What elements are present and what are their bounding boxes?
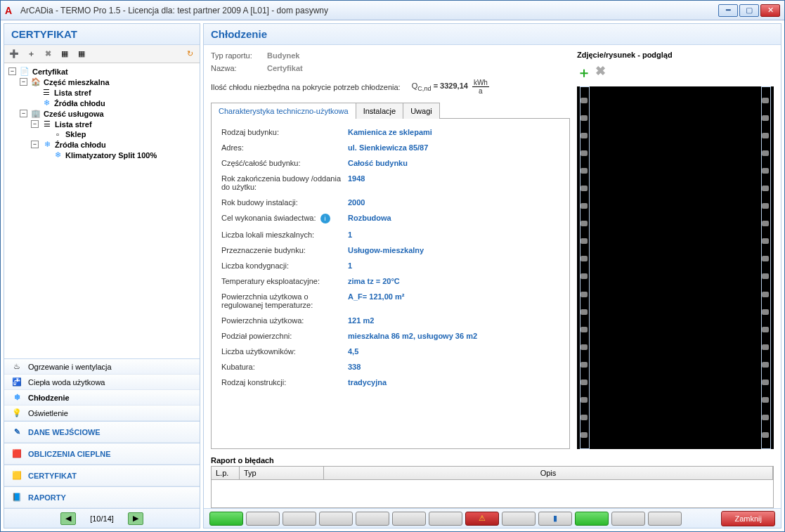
errors-section: Raport o błędach L.p. Typ Opis: [204, 452, 781, 508]
status-segment[interactable]: [429, 512, 462, 526]
main-title: Chłodzenie: [204, 24, 781, 45]
module-calc[interactable]: 🟥OBLICZENIA CIEPLNE: [4, 443, 200, 465]
tree-item[interactable]: Źródła chłodu: [55, 141, 106, 149]
close-button[interactable]: Zamknij: [721, 511, 775, 526]
tree-item[interactable]: Źródła chłodu: [54, 99, 105, 108]
film-hole: [580, 379, 588, 385]
property-row: Temperatury eksploatacyjne:zima tz = 20°…: [221, 273, 559, 289]
property-label: Rok budowy instalacji:: [221, 198, 348, 207]
tree-toggle[interactable]: −: [20, 110, 27, 117]
snow-icon: ❄: [52, 150, 63, 160]
module-label: DANE WEJŚCIOWE: [28, 428, 100, 436]
nav-list: ♨Ogrzewanie i wentylacja 🚰Ciepła woda uż…: [4, 358, 200, 421]
film-hole: [762, 327, 769, 332]
pager-next-button[interactable]: ▶: [128, 512, 143, 525]
nav-heating[interactable]: ♨Ogrzewanie i wentylacja: [4, 359, 200, 375]
minimize-button[interactable]: ━: [718, 4, 738, 17]
film-hole: [762, 379, 769, 385]
tree-root[interactable]: Certyfikat: [32, 67, 68, 76]
tree-item[interactable]: Sklep: [65, 130, 86, 138]
tree-toggle[interactable]: −: [31, 141, 39, 148]
tree-view[interactable]: −📄Certyfikat −🏠Część mieszkalna ☰Lista s…: [4, 63, 200, 358]
add-image-button[interactable]: ＋: [577, 63, 591, 82]
window-close-button[interactable]: ✕: [760, 4, 780, 17]
property-label: Część/całość budynku:: [221, 159, 348, 167]
film-hole: [580, 432, 588, 438]
nav-label: Ciepła woda użytkowa: [28, 378, 105, 387]
snow-icon: ❄: [41, 140, 53, 149]
cert-icon: 🟨: [11, 471, 22, 480]
module-list: ✎DANE WEJŚCIOWE 🟥OBLICZENIA CIEPLNE 🟨CER…: [4, 421, 200, 508]
tree-item[interactable]: Klimatyzatory Split 100%: [65, 151, 157, 160]
module-input-data[interactable]: ✎DANE WEJŚCIOWE: [4, 421, 200, 443]
film-hole: [762, 221, 769, 226]
film-hole: [580, 115, 588, 121]
property-row: Kubatura:338: [221, 359, 559, 375]
property-label: Kubatura:: [221, 363, 348, 371]
property-label: Liczba użytkowników:: [221, 347, 348, 356]
tab-notes[interactable]: Uwagi: [403, 103, 440, 119]
add-icon[interactable]: ➕: [7, 47, 21, 61]
grid2-icon[interactable]: ▦: [74, 47, 89, 61]
film-hole: [580, 415, 588, 420]
tree-item[interactable]: Lista stref: [55, 120, 92, 129]
nav-hotwater[interactable]: 🚰Ciepła woda użytkowa: [4, 375, 200, 390]
tree-toggle[interactable]: −: [31, 120, 39, 128]
film-hole: [580, 203, 588, 209]
maximize-button[interactable]: ▢: [739, 4, 759, 17]
tree-item[interactable]: Cześć usługowa: [44, 110, 104, 118]
tree-item[interactable]: Lista stref: [54, 89, 91, 97]
property-label: Podział powierzchni:: [221, 332, 348, 340]
property-value: 1: [348, 231, 352, 239]
film-hole: [580, 362, 588, 368]
tab-bar: Charakterystyka techniczno-użytkowa Inst…: [211, 102, 570, 119]
status-segment[interactable]: [502, 512, 536, 526]
film-hole: [762, 115, 769, 121]
warning-icon: ⚠: [479, 514, 486, 523]
formula-symbol: Q: [412, 82, 418, 90]
module-reports[interactable]: 📘RAPORTY: [4, 486, 200, 508]
errors-title: Raport o błędach: [211, 455, 774, 466]
film-hole: [580, 221, 588, 226]
tree-toggle[interactable]: −: [20, 78, 27, 86]
status-segment[interactable]: [246, 512, 280, 526]
tree-toolbar: ➕ ＋ ✖ ▦ ▦ ↻: [4, 45, 200, 63]
property-row: Adres:ul. Sienkiewicza 85/87: [221, 140, 559, 155]
calc-icon: 🟥: [11, 449, 22, 458]
delete-icon[interactable]: ✖: [41, 47, 55, 61]
status-segment[interactable]: [209, 512, 243, 526]
status-warning-segment[interactable]: ⚠: [465, 512, 499, 526]
tab-installations[interactable]: Instalacje: [356, 103, 403, 119]
status-segment[interactable]: [356, 512, 389, 526]
nav-cooling[interactable]: ❄Chłodzenie: [4, 390, 200, 406]
pager-prev-button[interactable]: ◀: [60, 512, 76, 525]
module-certificate[interactable]: 🟨CERTYFIKAT: [4, 465, 200, 486]
status-segment[interactable]: [319, 512, 353, 526]
formula-subscript: C,nd: [417, 85, 431, 92]
film-hole: [762, 432, 769, 438]
formula-label: Ilość chłodu niezbędna na pokrycie potrz…: [211, 83, 401, 91]
errors-col-typ: Typ: [240, 467, 324, 479]
errors-table[interactable]: L.p. Typ Opis: [211, 466, 774, 508]
house-icon: 🏠: [30, 77, 41, 86]
grid1-icon[interactable]: ▦: [58, 47, 72, 61]
nav-lighting[interactable]: 💡Oświetlenie: [4, 406, 200, 421]
film-hole: [762, 238, 769, 244]
status-doc-segment[interactable]: ▮: [538, 512, 572, 526]
tree-item[interactable]: Część mieszkalna: [44, 78, 110, 86]
refresh-icon[interactable]: ↻: [183, 47, 197, 61]
delete-image-button[interactable]: ✖: [595, 63, 606, 82]
film-hole: [762, 133, 769, 138]
plus-icon[interactable]: ＋: [24, 47, 38, 61]
property-value: 121 m2: [348, 316, 374, 325]
info-icon[interactable]: i: [320, 214, 330, 223]
status-segment[interactable]: [575, 512, 609, 526]
status-segment[interactable]: [611, 512, 645, 526]
status-segment[interactable]: [392, 512, 426, 526]
film-hole: [580, 309, 588, 315]
status-segment[interactable]: [283, 512, 316, 526]
film-hole: [580, 238, 588, 244]
tab-characteristics[interactable]: Charakterystyka techniczno-użytkowa: [211, 103, 356, 119]
status-segment[interactable]: [648, 512, 682, 526]
tree-toggle[interactable]: −: [8, 67, 16, 75]
